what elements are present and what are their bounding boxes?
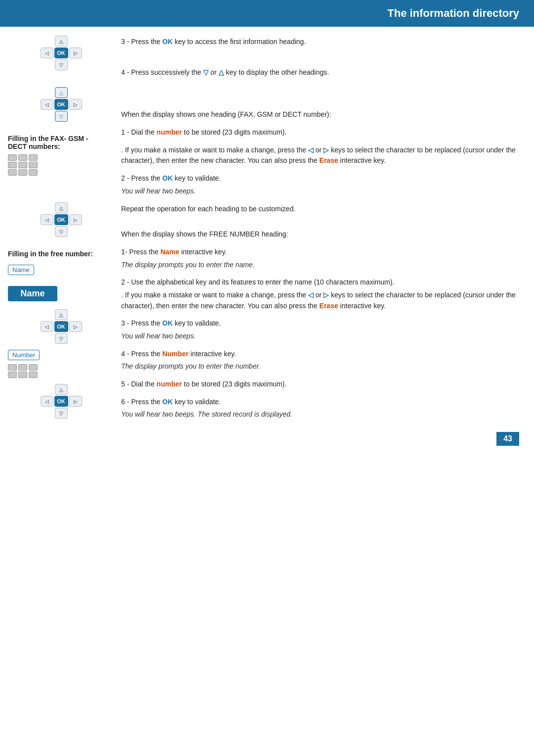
down-arrow-icon-3: ▽ bbox=[59, 229, 63, 235]
step-3-rest: key to access the first information head… bbox=[173, 38, 306, 46]
nav-left-btn-1[interactable]: ◁ bbox=[41, 47, 53, 58]
s3-step1-block: 1- Press the Name interactive key. The d… bbox=[121, 247, 519, 270]
nav-up-btn-5[interactable]: △ bbox=[55, 384, 68, 395]
ok-label-5: OK bbox=[57, 398, 65, 404]
main-body: △ ◁ OK ▷ ▽ bbox=[0, 27, 534, 456]
s3-step3-block: 3 - Press the OK key to validate. You wi… bbox=[121, 318, 519, 341]
spacer-j bbox=[121, 221, 519, 229]
nav-left-btn-2[interactable]: ◁ bbox=[41, 99, 53, 110]
spacer-g bbox=[8, 380, 114, 384]
nav-widget-1: △ ◁ OK ▷ ▽ bbox=[8, 36, 114, 70]
nav-right-btn-1[interactable]: ▷ bbox=[69, 47, 82, 58]
s3-step5-text: 5 - Dial the number to be stored (23 dig… bbox=[121, 379, 519, 390]
s2-correction-block: . If you make a mistake or want to make … bbox=[121, 145, 519, 166]
s3-step4-text: 4 - Press the Number interactive key. bbox=[121, 349, 519, 360]
nav-up-btn-4[interactable]: △ bbox=[55, 309, 68, 320]
up-arrow-icon-2: △ bbox=[59, 90, 63, 95]
s2-step2-block: 2 - Press the OK key to validate. You wi… bbox=[121, 173, 519, 196]
nav-up-btn-2[interactable]: △ bbox=[55, 87, 68, 98]
up-arrow-icon-5: △ bbox=[59, 387, 63, 392]
section2-label-line1: Filling in the FAX- GSM - bbox=[8, 135, 114, 142]
s2-step1-prefix: 1 - Dial the bbox=[121, 128, 157, 136]
s3-step1-rest: interactive key. bbox=[179, 248, 227, 256]
s3-step2-correction: . If you make a mistake or want to make … bbox=[121, 290, 519, 311]
step-3-ok: OK bbox=[162, 38, 173, 46]
down-arrow-icon-2: ▽ bbox=[59, 114, 63, 119]
nav-up-btn-1[interactable]: △ bbox=[55, 36, 68, 47]
s3-step1-text: 1- Press the Name interactive key. bbox=[121, 247, 519, 258]
s2-step2-prefix: 2 - Press the bbox=[121, 174, 162, 182]
left-column: △ ◁ OK ▷ ▽ bbox=[8, 32, 114, 446]
ok-btn-5[interactable]: OK bbox=[54, 396, 68, 407]
s3-step4-rest: interactive key. bbox=[188, 350, 236, 358]
name-key-filled[interactable]: Name bbox=[8, 286, 57, 301]
name-key-filled-container: Name bbox=[8, 284, 114, 303]
step-4-or: or bbox=[209, 68, 219, 76]
step-4-rest: key to display the other headings. bbox=[224, 68, 329, 76]
ok-btn-2[interactable]: OK bbox=[54, 99, 68, 110]
nav-down-btn-5[interactable]: ▽ bbox=[55, 408, 68, 419]
ok-btn-3[interactable]: OK bbox=[54, 214, 68, 225]
down-arrow-icon-5: ▽ bbox=[59, 411, 63, 416]
s3-step5-rest: to be stored (23 digits maximum). bbox=[182, 380, 287, 388]
s2-step2-rest: key to validate. bbox=[173, 174, 221, 182]
nav-right-btn-3[interactable]: ▷ bbox=[69, 214, 82, 225]
section3-intro-block: When the display shows the FREE NUMBER h… bbox=[121, 229, 519, 240]
nav-left-btn-5[interactable]: ◁ bbox=[41, 396, 53, 407]
step-4-up: △ bbox=[219, 68, 224, 76]
s3-step3-ok: OK bbox=[162, 319, 173, 327]
kp-key-5 bbox=[18, 162, 27, 168]
s2-correction-text: . If you make a mistake or want to make … bbox=[121, 145, 519, 166]
number-key-outline[interactable]: Number bbox=[8, 350, 40, 360]
name-key-outline[interactable]: Name bbox=[8, 265, 34, 275]
kp-key-9 bbox=[29, 169, 38, 176]
ok-btn-1[interactable]: OK bbox=[54, 47, 68, 58]
kp2-key-2 bbox=[18, 364, 27, 371]
right-arrow-icon-3: ▷ bbox=[74, 217, 78, 223]
number-key-outline-container: Number bbox=[8, 348, 114, 362]
up-arrow-icon-1: △ bbox=[59, 39, 63, 44]
page-title: The information directory bbox=[388, 7, 519, 19]
section2-label-line2: DECT numbers: bbox=[8, 142, 114, 150]
s2-step1-rest: to be stored (23 digits maximum). bbox=[182, 128, 287, 136]
step-3-text: 3 - Press the OK key to access the first… bbox=[121, 37, 519, 47]
right-arrow-icon-2: ▷ bbox=[74, 102, 78, 107]
nav-down-btn-3[interactable]: ▽ bbox=[55, 226, 68, 237]
s2-repeat-block: Repeat the operation for each heading to… bbox=[121, 204, 519, 215]
keypad-2 bbox=[8, 364, 114, 378]
nav-right-btn-5[interactable]: ▷ bbox=[69, 396, 82, 407]
s2-step2-ok: OK bbox=[162, 174, 173, 182]
down-arrow-icon-1: ▽ bbox=[59, 62, 63, 68]
nav-down-btn-4[interactable]: ▽ bbox=[55, 333, 68, 344]
down-arrow-icon-4: ▽ bbox=[59, 336, 63, 341]
nav-right-btn-4[interactable]: ▷ bbox=[69, 321, 82, 332]
kp-key-1 bbox=[8, 154, 17, 161]
spacer-d bbox=[8, 237, 114, 248]
nav-down-btn-2[interactable]: ▽ bbox=[55, 111, 68, 122]
section2-intro-block: When the display shows one heading (FAX,… bbox=[121, 109, 519, 120]
up-arrow-icon-4: △ bbox=[59, 312, 63, 318]
right-arrow-icon-1: ▷ bbox=[74, 50, 78, 56]
kp-key-2 bbox=[18, 154, 27, 161]
nav-down-btn-1[interactable]: ▽ bbox=[55, 59, 68, 70]
nav-left-btn-4[interactable]: ◁ bbox=[41, 321, 53, 332]
spacer-e bbox=[8, 277, 114, 284]
spacer-b bbox=[8, 122, 114, 132]
s2-step2-text: 2 - Press the OK key to validate. bbox=[121, 173, 519, 184]
section3-label-text: Filling in the free number: bbox=[8, 250, 114, 258]
s3-step4-block: 4 - Press the Number interactive key. Th… bbox=[121, 349, 519, 372]
kp2-key-4 bbox=[8, 372, 17, 378]
ok-label-3: OK bbox=[57, 217, 65, 223]
s2-step2-italic: You will hear two beeps. bbox=[121, 186, 519, 197]
ok-btn-4[interactable]: OK bbox=[54, 321, 68, 332]
right-arrow-icon-5: ▷ bbox=[74, 399, 78, 404]
nav-up-btn-3[interactable]: △ bbox=[55, 202, 68, 213]
kp2-key-3 bbox=[29, 364, 38, 371]
nav-right-btn-2[interactable]: ▷ bbox=[69, 99, 82, 110]
kp-key-6 bbox=[29, 162, 38, 168]
s3-step3-rest: key to validate. bbox=[173, 319, 221, 327]
nav-left-btn-3[interactable]: ◁ bbox=[41, 214, 53, 225]
s2-step1-highlight: number bbox=[157, 128, 182, 136]
s2-step1-text: 1 - Dial the number to be stored (23 dig… bbox=[121, 127, 519, 138]
s3-step5-prefix: 5 - Dial the bbox=[121, 380, 157, 388]
